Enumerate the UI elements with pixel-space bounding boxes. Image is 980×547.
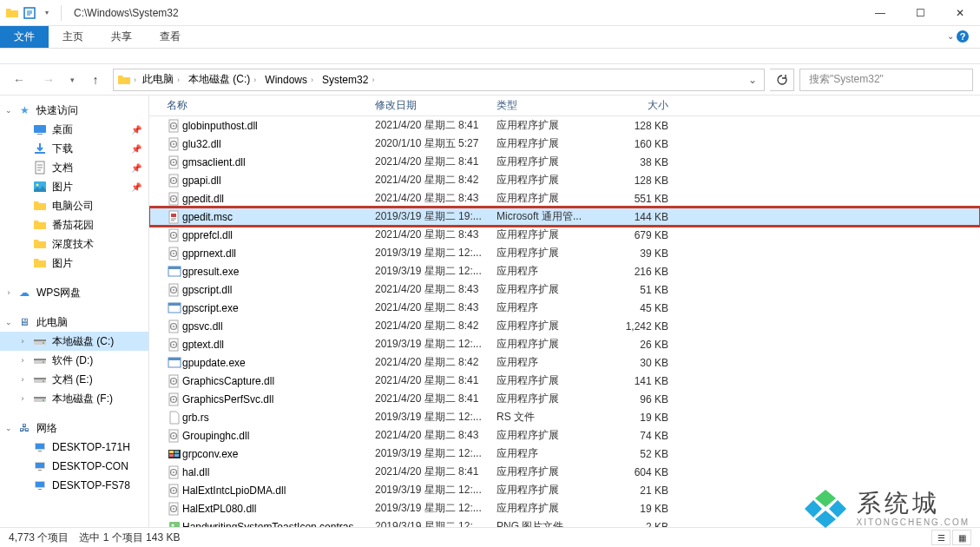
download-icon — [33, 142, 47, 155]
dll-icon — [167, 137, 182, 151]
file-row[interactable]: gpupdate.exe2021/4/20 星期二 8:42应用程序30 KB — [149, 353, 980, 372]
nav-quick-item[interactable]: 番茄花园 — [0, 215, 148, 234]
nav-pane[interactable]: ⌄ ★ 快速访问 桌面📌下载📌文档📌图片📌电脑公司番茄花园深度技术图片 › ☁ … — [0, 96, 149, 527]
file-row[interactable]: gmsaclient.dll2021/4/20 星期二 8:41应用程序扩展38… — [149, 153, 980, 171]
svg-point-72 — [173, 399, 174, 400]
svg-rect-53 — [168, 267, 181, 269]
nav-quick-item[interactable]: 桌面📌 — [0, 120, 148, 139]
file-row[interactable]: gpprnext.dll2019/3/19 星期二 12:...应用程序扩展39… — [149, 244, 980, 262]
col-name[interactable]: 名称 — [167, 98, 375, 113]
nav-quick-item[interactable]: 文档📌 — [0, 158, 148, 177]
col-type[interactable]: 类型 — [497, 98, 608, 113]
folder-icon — [33, 237, 47, 251]
nav-quick-item[interactable]: 下载📌 — [0, 139, 148, 158]
svg-rect-25 — [38, 470, 42, 471]
file-row[interactable]: gpsvc.dll2021/4/20 星期二 8:42应用程序扩展1,242 K… — [149, 317, 980, 335]
file-row[interactable]: grpconv.exe2019/3/19 星期二 12:...应用程序52 KB — [149, 445, 980, 463]
nav-drive-item[interactable]: ›软件 (D:) — [0, 351, 148, 370]
address-bar[interactable]: › 此电脑› 本地磁盘 (C:)› Windows› System32› ⌄ — [113, 69, 765, 91]
close-button[interactable]: ✕ — [940, 0, 980, 26]
qat-dropdown-icon[interactable]: ▾ — [40, 6, 54, 20]
nav-network[interactable]: ⌄ 🖧 网络 — [0, 418, 148, 438]
nav-quick-item[interactable]: 图片📌 — [0, 177, 148, 196]
svg-rect-80 — [174, 454, 179, 457]
nav-quick-item[interactable]: 深度技术 — [0, 234, 148, 254]
file-row[interactable]: gptext.dll2019/3/19 星期二 12:...应用程序扩展26 K… — [149, 335, 980, 353]
drive-icon — [33, 392, 47, 405]
tab-home[interactable]: 主页 — [49, 26, 97, 48]
file-row[interactable]: gpresult.exe2019/3/19 星期二 12:...应用程序216 … — [149, 262, 980, 280]
svg-text:?: ? — [960, 31, 966, 42]
exe2-icon — [167, 447, 182, 461]
dll-icon — [167, 247, 182, 260]
desktop-icon — [33, 122, 47, 136]
star-icon: ★ — [17, 103, 31, 117]
recent-dropdown-icon[interactable]: ▾ — [66, 68, 78, 92]
dll-icon — [167, 119, 182, 133]
svg-rect-66 — [168, 358, 181, 360]
properties-icon[interactable] — [23, 6, 36, 20]
tab-share[interactable]: 共享 — [97, 26, 146, 48]
refresh-button[interactable] — [770, 69, 794, 91]
nav-network-item[interactable]: DESKTOP-171H — [0, 438, 148, 457]
minimize-button[interactable]: — — [860, 0, 900, 26]
breadcrumb-seg: System32› — [319, 74, 379, 86]
file-row[interactable]: grb.rs2019/3/19 星期二 12:...RS 文件19 KB — [149, 408, 980, 426]
column-headers[interactable]: 名称 修改日期 类型 大小 — [149, 96, 980, 116]
svg-point-34 — [173, 143, 174, 145]
file-row[interactable]: glu32.dll2020/1/10 星期五 5:27应用程序扩展160 KB — [149, 135, 980, 153]
up-button[interactable]: ↑ — [83, 68, 108, 92]
nav-quick-item[interactable]: 图片 — [0, 254, 148, 273]
nav-this-pc[interactable]: ⌄ 🖥 此电脑 — [0, 313, 148, 332]
nav-quick-item[interactable]: 电脑公司 — [0, 196, 148, 215]
ribbon-expand-icon[interactable]: ⌄ — [947, 31, 954, 41]
tab-view[interactable]: 查看 — [146, 26, 194, 48]
svg-point-64 — [173, 344, 174, 346]
file-row[interactable]: GraphicsCapture.dll2021/4/20 星期二 8:41应用程… — [149, 372, 980, 390]
back-button[interactable]: ← — [7, 68, 31, 92]
computer-icon — [33, 478, 47, 492]
nav-network-item[interactable]: DESKTOP-FS78 — [0, 476, 148, 495]
file-row[interactable]: GraphicsPerfSvc.dll2021/4/20 星期二 8:41应用程… — [149, 390, 980, 408]
view-details-button[interactable]: ☰ — [931, 530, 950, 545]
file-list[interactable]: globinputhost.dll2021/4/20 星期二 8:41应用程序扩… — [149, 116, 980, 527]
col-size[interactable]: 大小 — [608, 98, 668, 113]
file-row[interactable]: HalExtIntcLpioDMA.dll2019/3/19 星期二 12:..… — [149, 481, 980, 499]
nav-drive-item[interactable]: ›文档 (E:) — [0, 370, 148, 389]
svg-point-91 — [172, 524, 174, 526]
file-row[interactable]: globinputhost.dll2021/4/20 星期二 8:41应用程序扩… — [149, 116, 980, 135]
drive-icon — [33, 372, 47, 386]
file-row[interactable]: gpprefcl.dll2021/4/20 星期二 8:43应用程序扩展679 … — [149, 226, 980, 244]
svg-point-69 — [173, 380, 174, 382]
file-row[interactable]: gpapi.dll2021/4/20 星期二 8:42应用程序扩展128 KB — [149, 171, 980, 189]
help-icon[interactable]: ? — [956, 30, 971, 45]
svg-point-19 — [43, 399, 44, 401]
search-input[interactable]: 搜索"System32" — [799, 69, 973, 91]
selection-info: 选中 1 个项目 143 KB — [79, 531, 180, 545]
forward-button[interactable]: → — [36, 68, 61, 92]
nav-drive-item[interactable]: ›本地磁盘 (F:) — [0, 389, 148, 408]
pin-icon: 📌 — [131, 163, 141, 173]
nav-drive-item[interactable]: ›本地磁盘 (C:) — [0, 332, 148, 351]
nav-network-item[interactable]: DESKTOP-CON — [0, 457, 148, 476]
svg-point-43 — [173, 198, 174, 200]
svg-point-75 — [173, 435, 174, 437]
nav-quick-access[interactable]: ⌄ ★ 快速访问 — [0, 101, 148, 120]
file-row[interactable]: HalExtPL080.dll2019/3/19 星期二 12:...应用程序扩… — [149, 499, 980, 517]
file-row[interactable]: hal.dll2021/4/20 星期二 8:41应用程序扩展604 KB — [149, 463, 980, 481]
exe-icon — [167, 301, 182, 315]
ribbon: 文件 主页 共享 查看 ⌄ ? — [0, 26, 980, 49]
file-row[interactable]: gpscript.exe2021/4/20 星期二 8:43应用程序45 KB — [149, 299, 980, 317]
file-row[interactable]: HandwritingSystemToastIcon.contras2019/3… — [149, 517, 980, 527]
nav-wps[interactable]: › ☁ WPS网盘 — [0, 283, 148, 302]
address-dropdown-icon[interactable]: ⌄ — [745, 74, 760, 86]
file-row[interactable]: gpscript.dll2021/4/20 星期二 8:43应用程序扩展51 K… — [149, 280, 980, 299]
file-row[interactable]: Groupinghc.dll2021/4/20 星期二 8:43应用程序扩展74… — [149, 426, 980, 445]
file-row[interactable]: gpedit.dll2021/4/20 星期二 8:43应用程序扩展551 KB — [149, 189, 980, 208]
tab-file[interactable]: 文件 — [0, 26, 49, 48]
file-row[interactable]: gpedit.msc2019/3/19 星期二 19:...Microsoft … — [149, 208, 980, 226]
col-date[interactable]: 修改日期 — [375, 98, 497, 113]
folder-icon — [117, 73, 131, 87]
maximize-button[interactable]: ☐ — [900, 0, 940, 26]
view-icons-button[interactable]: ▦ — [952, 530, 971, 545]
